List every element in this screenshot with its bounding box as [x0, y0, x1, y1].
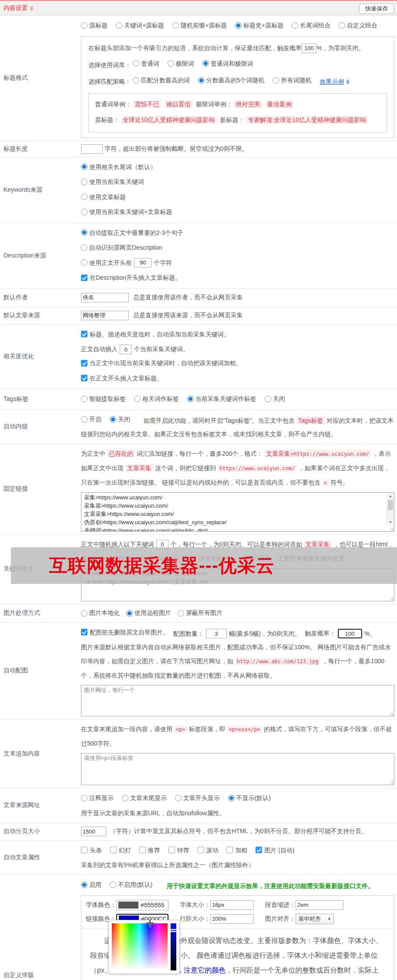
- slider-handle[interactable]: [170, 929, 177, 932]
- picker-crosshair-icon[interactable]: [146, 919, 154, 927]
- radio-url-comment[interactable]: 注释显示: [81, 791, 114, 805]
- radio-body-prefix[interactable]: 使用正文开头前个字符: [81, 256, 172, 270]
- saturation-gradient[interactable]: [112, 923, 168, 970]
- row-title-format: 标题格式 源标题 关键词+源标题 随机前缀+源标题 标题党+源标题 长尾词组合 …: [0, 16, 397, 141]
- dropdown-arrow-icon: ▼: [327, 917, 331, 921]
- radio-innerlink-on[interactable]: 开启: [81, 413, 101, 426]
- quick-save-button[interactable]: 快速保存: [359, 3, 394, 14]
- font-color-input[interactable]: #555555: [116, 900, 168, 910]
- pagination-size-input[interactable]: [81, 827, 106, 836]
- row-tags: Tags标签 智能提取标签 相关词作标签 当前采集关键词作标签 关闭: [0, 389, 397, 410]
- brightness-slider[interactable]: [171, 923, 176, 970]
- row-label: 默认文章来源: [0, 307, 81, 324]
- font-size-input[interactable]: [210, 900, 254, 910]
- scroll-up-icon[interactable]: ▲: [387, 493, 394, 499]
- checkbox-attr-recommend[interactable]: 推荐: [139, 843, 160, 857]
- radio-related-longtail[interactable]: 使用相关长尾词（默认）: [81, 160, 156, 174]
- radio-custom-combo[interactable]: 自定义组合: [339, 18, 377, 32]
- radio-source-title[interactable]: 源标题: [81, 18, 108, 32]
- clickbait-config-box: 在标题头部添加一个有吸引力的短语，系统自动计算，保证最佳匹配，触发概率%，为零则…: [81, 36, 394, 138]
- prefix-chars-input[interactable]: [134, 258, 151, 268]
- radio-icon: [81, 882, 87, 888]
- radio-smart-tags[interactable]: 智能提取标签: [81, 392, 126, 406]
- image-count-input[interactable]: [206, 629, 227, 638]
- radio-clickbait-source-title[interactable]: 标题党+源标题: [235, 18, 283, 32]
- scrollbar[interactable]: ▲ ▼: [387, 493, 394, 526]
- radio-keywords-plus-title[interactable]: 使用当前采集关键词+文章标题: [81, 205, 172, 219]
- radio-url-footer[interactable]: 文章末尾显示: [122, 791, 167, 805]
- fixed-links-textarea[interactable]: 采集>https://www.ucaiyun.com/ 采集器>https://…: [81, 492, 394, 532]
- scroll-thumb[interactable]: [388, 500, 393, 510]
- checkbox-attr-special[interactable]: 特荐: [168, 843, 189, 857]
- radio-prefix-source-title[interactable]: 随机前缀+源标题: [172, 18, 227, 32]
- checkbox-attr-slide[interactable]: 幻灯: [110, 843, 131, 857]
- radio-icon: [178, 610, 184, 617]
- radio-url-hidden[interactable]: 不显示(默认): [228, 791, 271, 805]
- radio-icon: [339, 22, 345, 29]
- radio-image-block[interactable]: 屏蔽所有图片: [178, 609, 222, 617]
- append-textarea[interactable]: 请使用<p>段落标签: [81, 753, 394, 785]
- radio-icon: [187, 396, 194, 402]
- radio-keyword-tags[interactable]: 当前采集关键词作标签: [187, 392, 256, 406]
- radio-keyword-source-title[interactable]: 关键词+源标题: [116, 18, 164, 32]
- checkbox-remove-original-images[interactable]: 配图前先删除原文自带图片。: [81, 625, 169, 639]
- radio-related-tags[interactable]: 相关词作标签: [134, 392, 179, 406]
- insert-keywords-count-input[interactable]: [120, 345, 132, 354]
- scroll-down-icon[interactable]: ▼: [387, 519, 394, 526]
- radio-typesetting-disable[interactable]: 不启用(默认): [110, 878, 152, 892]
- radio-typesetting-enable[interactable]: 启用: [81, 878, 101, 892]
- radio-top5-random[interactable]: 分数最高的5个词随机: [198, 72, 265, 88]
- resize-grip-icon[interactable]: [389, 780, 394, 784]
- row-label: 文章来源网址: [0, 788, 81, 823]
- effect-example-link[interactable]: 效果示例≫: [320, 78, 351, 85]
- auto-image-desc: 图片来源默认根据文章内容自动从网络获取相关图片，配图成功率高，但不保证100%。…: [81, 640, 394, 682]
- checkbox-insert-title-head[interactable]: 在正文开头插入文章标题。: [81, 371, 163, 385]
- radio-longtail-combo[interactable]: 长尾词组合: [292, 18, 330, 32]
- radio-icon: [273, 77, 279, 84]
- auto-image-config-line: 配图前先删除原文自带图片。 配图数量：幅(最多5幅)，为0则关闭。 触发概率：%…: [81, 625, 394, 641]
- radio-icon: [110, 882, 116, 888]
- row-relevance: 相关度优化 标题、描述相关度低时，自动添加当前采集关键词。 正文自动插入个当前采…: [0, 325, 397, 390]
- radio-current-keywords[interactable]: 使用当前采集关键词: [81, 175, 144, 189]
- image-urls-textarea[interactable]: 图片网址，每行一个: [81, 685, 394, 716]
- title-probability-input[interactable]: [302, 44, 316, 53]
- checkbox-low-relevance[interactable]: 标题、描述相关度低时，自动添加当前采集关键词。: [81, 327, 230, 341]
- new-title: 专家解读:全球近10亿人受精神健康问题影响: [246, 116, 367, 124]
- radio-article-title[interactable]: 使用文章标题: [81, 190, 126, 204]
- radio-tags-off[interactable]: 关闭: [265, 392, 285, 406]
- radio-all-random[interactable]: 所有词随机: [273, 72, 311, 88]
- chevron-down-icon[interactable]: ≫: [29, 5, 35, 11]
- line-height-input[interactable]: [210, 914, 254, 924]
- radio-image-remote[interactable]: 使用远程图片: [126, 609, 171, 617]
- radio-icon: [175, 795, 182, 801]
- radio-highest-score[interactable]: 匹配分数最高的词: [133, 72, 190, 88]
- checkbox-bold-keyword[interactable]: 当正文中出现当前采集关键词时，自动把该关键词加粗。: [81, 356, 242, 370]
- image-align-select[interactable]: 居中对齐▼: [296, 914, 334, 924]
- row-source-url: 文章来源网址 注释显示 文章末尾显示 文章开头显示 不显示(默认) 用于显示文章…: [0, 788, 397, 823]
- checkbox-desc-insert-title[interactable]: 在Description开头插入文章标题。: [81, 271, 181, 285]
- radio-page-description[interactable]: 自动识别原网页Description: [81, 241, 162, 254]
- example-words-line: 普通词举例：震惊不已难以置信 极限词举例：绝对完美最佳案例: [95, 96, 380, 112]
- image-probability-input[interactable]: [338, 629, 362, 638]
- radio-both-words[interactable]: 普通词和极限词: [202, 56, 253, 71]
- title-length-input[interactable]: [81, 144, 103, 154]
- checkbox-attr-image[interactable]: 图片 (自动): [256, 843, 294, 857]
- radio-url-header[interactable]: 文章开头显示: [175, 791, 220, 805]
- default-source-input[interactable]: [81, 311, 129, 320]
- checkbox-attr-scroll[interactable]: 滚动: [198, 843, 219, 857]
- checkbox-attr-bold[interactable]: 加粗: [226, 843, 247, 857]
- row-label: Tags标签: [0, 389, 81, 410]
- radio-normal-words[interactable]: 普通词: [133, 56, 159, 71]
- radio-innerlink-off[interactable]: 关闭: [110, 413, 130, 426]
- radio-auto-extract[interactable]: 自动提取正文中最重要的2-3个句子: [81, 226, 183, 240]
- checkbox-attr-headline[interactable]: 头条: [81, 843, 102, 857]
- row-inner-links: 自动内链 开启 关闭 如需开启此功能，请同时开启“Tags标签”。当正文中包含T…: [0, 410, 397, 444]
- row-label: Description来源: [0, 223, 81, 288]
- radio-extreme-words[interactable]: 极限词: [168, 56, 194, 71]
- row-auto-image: 自动配图 配图前先删除原文自带图片。 配图数量：幅(最多5幅)，为0则关闭。 触…: [0, 623, 397, 720]
- indent-input[interactable]: [296, 900, 343, 910]
- radio-icon: [133, 77, 139, 84]
- radio-image-localize[interactable]: 图片本地化: [81, 609, 120, 617]
- default-author-input[interactable]: [81, 293, 129, 302]
- resize-grip-icon[interactable]: [389, 711, 394, 716]
